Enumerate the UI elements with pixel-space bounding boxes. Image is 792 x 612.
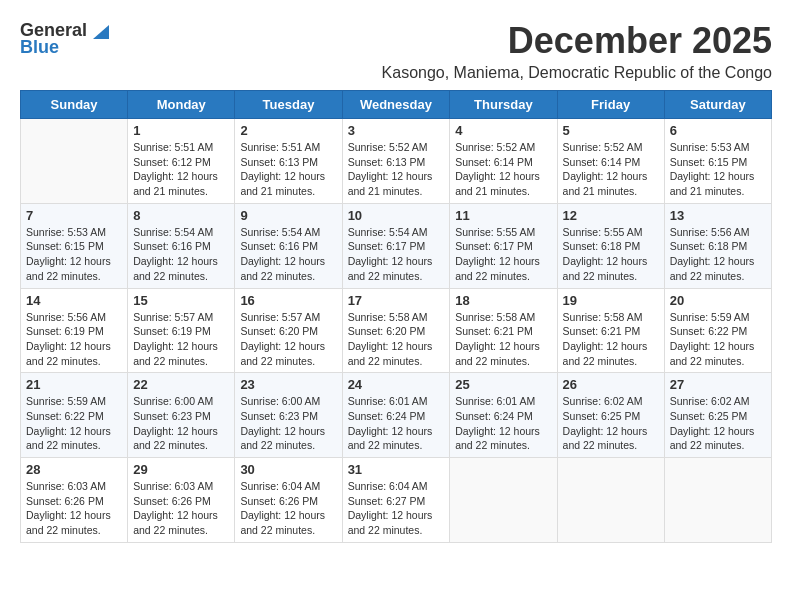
- calendar-cell: 23Sunrise: 6:00 AMSunset: 6:23 PMDayligh…: [235, 373, 342, 458]
- cell-info-text: Sunrise: 6:04 AM: [240, 479, 336, 494]
- cell-info-text: Sunrise: 6:00 AM: [240, 394, 336, 409]
- cell-info-text: Daylight: 12 hours: [133, 424, 229, 439]
- day-number: 18: [455, 293, 551, 308]
- day-number: 25: [455, 377, 551, 392]
- day-number: 31: [348, 462, 445, 477]
- title-area: December 2025 Kasongo, Maniema, Democrat…: [382, 20, 772, 82]
- calendar-cell: 17Sunrise: 5:58 AMSunset: 6:20 PMDayligh…: [342, 288, 450, 373]
- cell-info-text: Sunset: 6:17 PM: [348, 239, 445, 254]
- cell-info-text: Sunrise: 6:04 AM: [348, 479, 445, 494]
- cell-info-text: Sunset: 6:20 PM: [348, 324, 445, 339]
- cell-info-text: Daylight: 12 hours: [26, 424, 122, 439]
- cell-info-text: Daylight: 12 hours: [26, 508, 122, 523]
- calendar-cell: 14Sunrise: 5:56 AMSunset: 6:19 PMDayligh…: [21, 288, 128, 373]
- cell-info-text: and 22 minutes.: [26, 354, 122, 369]
- cell-info-text: Daylight: 12 hours: [240, 254, 336, 269]
- cell-info-text: and 22 minutes.: [455, 438, 551, 453]
- calendar-week-row: 1Sunrise: 5:51 AMSunset: 6:12 PMDaylight…: [21, 119, 772, 204]
- cell-info-text: Sunrise: 5:54 AM: [133, 225, 229, 240]
- calendar-cell: 16Sunrise: 5:57 AMSunset: 6:20 PMDayligh…: [235, 288, 342, 373]
- cell-info-text: and 22 minutes.: [348, 438, 445, 453]
- day-header-friday: Friday: [557, 91, 664, 119]
- cell-info-text: Sunset: 6:13 PM: [348, 155, 445, 170]
- cell-info-text: Daylight: 12 hours: [240, 508, 336, 523]
- cell-info-text: Sunset: 6:12 PM: [133, 155, 229, 170]
- day-number: 15: [133, 293, 229, 308]
- cell-info-text: Sunrise: 5:55 AM: [455, 225, 551, 240]
- calendar-cell: [21, 119, 128, 204]
- calendar-cell: 31Sunrise: 6:04 AMSunset: 6:27 PMDayligh…: [342, 458, 450, 543]
- cell-info-text: Sunset: 6:25 PM: [563, 409, 659, 424]
- cell-info-text: Sunrise: 6:03 AM: [26, 479, 122, 494]
- cell-info-text: and 22 minutes.: [348, 523, 445, 538]
- cell-info-text: Sunset: 6:24 PM: [455, 409, 551, 424]
- day-number: 10: [348, 208, 445, 223]
- calendar-cell: [664, 458, 771, 543]
- cell-info-text: Daylight: 12 hours: [133, 339, 229, 354]
- day-number: 30: [240, 462, 336, 477]
- calendar-cell: [557, 458, 664, 543]
- cell-info-text: and 22 minutes.: [26, 438, 122, 453]
- cell-info-text: Sunrise: 6:01 AM: [348, 394, 445, 409]
- cell-info-text: Daylight: 12 hours: [455, 339, 551, 354]
- cell-info-text: Sunset: 6:13 PM: [240, 155, 336, 170]
- cell-info-text: Sunset: 6:23 PM: [133, 409, 229, 424]
- day-number: 22: [133, 377, 229, 392]
- location-subtitle: Kasongo, Maniema, Democratic Republic of…: [382, 64, 772, 82]
- cell-info-text: and 22 minutes.: [455, 354, 551, 369]
- day-number: 7: [26, 208, 122, 223]
- cell-info-text: and 21 minutes.: [563, 184, 659, 199]
- cell-info-text: Sunset: 6:16 PM: [240, 239, 336, 254]
- cell-info-text: Sunrise: 5:58 AM: [455, 310, 551, 325]
- cell-info-text: Sunset: 6:24 PM: [348, 409, 445, 424]
- calendar-cell: 3Sunrise: 5:52 AMSunset: 6:13 PMDaylight…: [342, 119, 450, 204]
- cell-info-text: Sunrise: 5:51 AM: [133, 140, 229, 155]
- calendar-table: SundayMondayTuesdayWednesdayThursdayFrid…: [20, 90, 772, 543]
- day-number: 17: [348, 293, 445, 308]
- cell-info-text: Daylight: 12 hours: [348, 508, 445, 523]
- calendar-cell: 12Sunrise: 5:55 AMSunset: 6:18 PMDayligh…: [557, 203, 664, 288]
- calendar-cell: 6Sunrise: 5:53 AMSunset: 6:15 PMDaylight…: [664, 119, 771, 204]
- calendar-cell: 26Sunrise: 6:02 AMSunset: 6:25 PMDayligh…: [557, 373, 664, 458]
- cell-info-text: and 21 minutes.: [348, 184, 445, 199]
- cell-info-text: Sunset: 6:25 PM: [670, 409, 766, 424]
- calendar-cell: 18Sunrise: 5:58 AMSunset: 6:21 PMDayligh…: [450, 288, 557, 373]
- calendar-cell: [450, 458, 557, 543]
- cell-info-text: Sunset: 6:18 PM: [670, 239, 766, 254]
- day-number: 6: [670, 123, 766, 138]
- day-number: 13: [670, 208, 766, 223]
- cell-info-text: and 22 minutes.: [240, 523, 336, 538]
- day-number: 3: [348, 123, 445, 138]
- cell-info-text: Sunset: 6:22 PM: [26, 409, 122, 424]
- cell-info-text: Daylight: 12 hours: [240, 424, 336, 439]
- day-header-monday: Monday: [128, 91, 235, 119]
- day-header-sunday: Sunday: [21, 91, 128, 119]
- calendar-cell: 2Sunrise: 5:51 AMSunset: 6:13 PMDaylight…: [235, 119, 342, 204]
- calendar-cell: 28Sunrise: 6:03 AMSunset: 6:26 PMDayligh…: [21, 458, 128, 543]
- day-number: 20: [670, 293, 766, 308]
- cell-info-text: and 21 minutes.: [133, 184, 229, 199]
- calendar-cell: 22Sunrise: 6:00 AMSunset: 6:23 PMDayligh…: [128, 373, 235, 458]
- day-number: 9: [240, 208, 336, 223]
- day-number: 23: [240, 377, 336, 392]
- cell-info-text: Sunrise: 5:53 AM: [26, 225, 122, 240]
- cell-info-text: and 22 minutes.: [670, 438, 766, 453]
- day-number: 14: [26, 293, 122, 308]
- cell-info-text: and 22 minutes.: [670, 354, 766, 369]
- day-header-tuesday: Tuesday: [235, 91, 342, 119]
- cell-info-text: Daylight: 12 hours: [670, 169, 766, 184]
- svg-marker-0: [93, 25, 109, 39]
- calendar-cell: 4Sunrise: 5:52 AMSunset: 6:14 PMDaylight…: [450, 119, 557, 204]
- page-header: General Blue December 2025 Kasongo, Mani…: [20, 20, 772, 82]
- cell-info-text: Sunset: 6:27 PM: [348, 494, 445, 509]
- day-header-wednesday: Wednesday: [342, 91, 450, 119]
- day-header-saturday: Saturday: [664, 91, 771, 119]
- cell-info-text: Daylight: 12 hours: [563, 169, 659, 184]
- cell-info-text: Daylight: 12 hours: [240, 169, 336, 184]
- cell-info-text: Sunrise: 5:55 AM: [563, 225, 659, 240]
- cell-info-text: Sunset: 6:19 PM: [26, 324, 122, 339]
- cell-info-text: and 22 minutes.: [240, 438, 336, 453]
- cell-info-text: Sunrise: 5:56 AM: [670, 225, 766, 240]
- day-number: 21: [26, 377, 122, 392]
- calendar-cell: 19Sunrise: 5:58 AMSunset: 6:21 PMDayligh…: [557, 288, 664, 373]
